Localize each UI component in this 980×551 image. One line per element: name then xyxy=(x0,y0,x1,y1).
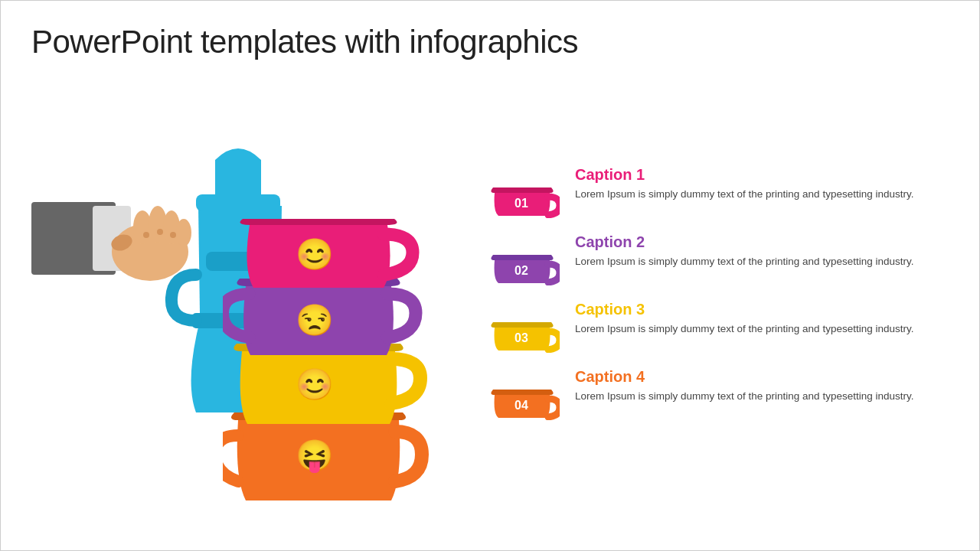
cup-4-orange: 😝 xyxy=(223,412,422,500)
svg-text:😊: 😊 xyxy=(296,366,334,403)
illustration: 😝 😊 xyxy=(31,76,460,512)
caption-item-1: 01 Caption 1 Lorem Ipsum is simply dummy… xyxy=(491,166,950,220)
pot-lid-top xyxy=(215,148,261,197)
cup-icon-4: 04 xyxy=(491,368,560,422)
cup-icon-3: 03 xyxy=(491,301,560,354)
caption-body-1: Lorem Ipsum is simply dummy text of the … xyxy=(575,187,950,202)
caption-text-4: Caption 4 Lorem Ipsum is simply dummy te… xyxy=(575,368,950,404)
svg-point-2 xyxy=(170,232,176,238)
finger-4 xyxy=(176,219,191,246)
caption-title-4: Caption 4 xyxy=(575,368,950,386)
svg-text:😝: 😝 xyxy=(296,437,334,474)
svg-point-0 xyxy=(143,232,149,238)
caption-body-4: Lorem Ipsum is simply dummy text of the … xyxy=(575,389,950,404)
content-area: 😝 😊 xyxy=(31,76,950,512)
pot-lid-base xyxy=(196,194,280,211)
slide-title: PowerPoint templates with infographics xyxy=(31,24,950,60)
cup-1-pink: 😊 xyxy=(240,219,413,288)
caption-title-1: Caption 1 xyxy=(575,166,950,184)
cup-3-yellow: 😊 xyxy=(234,344,420,424)
svg-text:02: 02 xyxy=(514,264,528,277)
caption-body-2: Lorem Ipsum is simply dummy text of the … xyxy=(575,254,950,269)
captions-panel: 01 Caption 1 Lorem Ipsum is simply dummy… xyxy=(460,166,950,422)
pot-handle xyxy=(172,275,196,321)
cup-icon-1: 01 xyxy=(491,166,560,220)
svg-text:04: 04 xyxy=(514,399,528,412)
caption-body-3: Lorem Ipsum is simply dummy text of the … xyxy=(575,321,950,337)
caption-title-3: Caption 3 xyxy=(575,301,950,318)
caption-item-2: 02 Caption 2 Lorem Ipsum is simply dummy… xyxy=(491,233,950,287)
svg-text:03: 03 xyxy=(514,331,528,344)
caption-text-1: Caption 1 Lorem Ipsum is simply dummy te… xyxy=(575,166,950,202)
caption-title-2: Caption 2 xyxy=(575,233,950,251)
svg-text:😒: 😒 xyxy=(296,302,334,338)
cups-svg: 😝 😊 xyxy=(223,217,452,531)
caption-item-3: 03 Caption 3 Lorem Ipsum is simply dummy… xyxy=(491,301,950,354)
caption-text-3: Caption 3 Lorem Ipsum is simply dummy te… xyxy=(575,301,950,337)
svg-text:😊: 😊 xyxy=(296,236,334,272)
cup-icon-2: 02 xyxy=(491,233,560,287)
caption-item-4: 04 Caption 4 Lorem Ipsum is simply dummy… xyxy=(491,368,950,422)
svg-point-1 xyxy=(157,229,163,235)
cup-2-purple: 😒 xyxy=(223,279,416,355)
caption-text-2: Caption 2 Lorem Ipsum is simply dummy te… xyxy=(575,233,950,269)
slide: PowerPoint templates with infographics xyxy=(1,1,980,551)
svg-text:01: 01 xyxy=(514,197,528,210)
